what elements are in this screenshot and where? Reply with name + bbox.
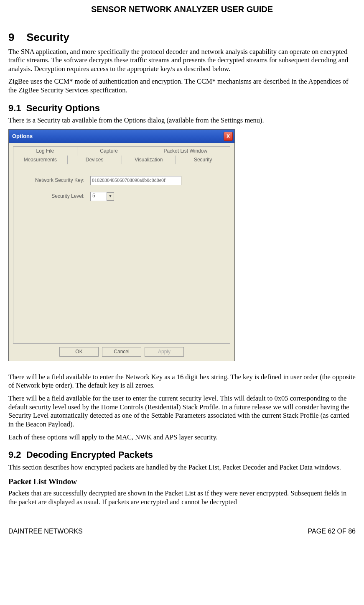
footer-right: PAGE 62 OF 86	[308, 527, 356, 536]
tab-security[interactable]: Security	[176, 156, 230, 164]
body-paragraph: There will be a field available to enter…	[8, 373, 356, 390]
subsection-title: Decoding Encrypted Packets	[26, 449, 153, 460]
dialog-title: Options	[12, 133, 33, 140]
tab-row: Measurements Devices Visualization Secur…	[13, 156, 230, 164]
network-key-label: Network Security Key:	[13, 177, 90, 184]
body-paragraph: The SNA application, and more specifical…	[8, 48, 356, 74]
network-key-input[interactable]	[90, 176, 181, 185]
tab-packet-list-window[interactable]: Packet List Window	[141, 146, 230, 156]
section-heading: 9 Security	[8, 31, 356, 44]
tab-capture[interactable]: Capture	[77, 146, 141, 156]
dialog-titlebar[interactable]: Options X	[9, 130, 234, 143]
subsection-number: 9.1	[8, 103, 21, 113]
section-number: 9	[8, 31, 23, 44]
tab-measurements[interactable]: Measurements	[13, 156, 68, 164]
subsection-heading: 9.1 Security Options	[8, 102, 356, 114]
options-dialog: Options X Log File Capture Packet List W…	[8, 129, 235, 361]
body-paragraph: There is a Security tab available from t…	[8, 116, 356, 125]
body-paragraph: ZigBee uses the CCM* mode of authenticat…	[8, 77, 356, 94]
body-paragraph: Each of these options will apply to the …	[8, 433, 356, 442]
doc-title: SENSOR NETWORK ANALYZER USER GUIDE	[8, 4, 356, 15]
subsection-heading: 9.2 Decoding Encrypted Packets	[8, 449, 356, 461]
body-paragraph: Packets that are successfully decrypted …	[8, 489, 356, 506]
footer-left: DAINTREE NETWORKS	[8, 527, 83, 536]
security-level-value: 5	[90, 192, 107, 201]
apply-button[interactable]: Apply	[145, 347, 184, 357]
cancel-button[interactable]: Cancel	[102, 347, 141, 357]
subsection-number: 9.2	[8, 449, 21, 460]
security-level-label: Security Level:	[13, 193, 90, 199]
subsection-title: Security Options	[26, 103, 100, 113]
close-button[interactable]: X	[224, 132, 233, 141]
section-title: Security	[26, 31, 69, 43]
body-paragraph: There will be a field available for the …	[8, 394, 356, 429]
subsubsection-heading: Packet List Window	[8, 477, 356, 487]
tab-log-file[interactable]: Log File	[13, 146, 77, 156]
ok-button[interactable]: OK	[59, 347, 99, 357]
body-paragraph: This section describes how encrypted pac…	[8, 463, 356, 472]
security-level-select[interactable]: 5 ▼	[90, 192, 114, 201]
chevron-down-icon: ▼	[107, 192, 114, 201]
tab-row: Log File Capture Packet List Window	[13, 146, 230, 156]
tab-visualization[interactable]: Visualization	[122, 156, 176, 164]
close-icon: X	[227, 134, 230, 139]
tab-panel-security: Network Security Key: Security Level: 5 …	[13, 164, 230, 344]
tab-devices[interactable]: Devices	[68, 156, 122, 164]
